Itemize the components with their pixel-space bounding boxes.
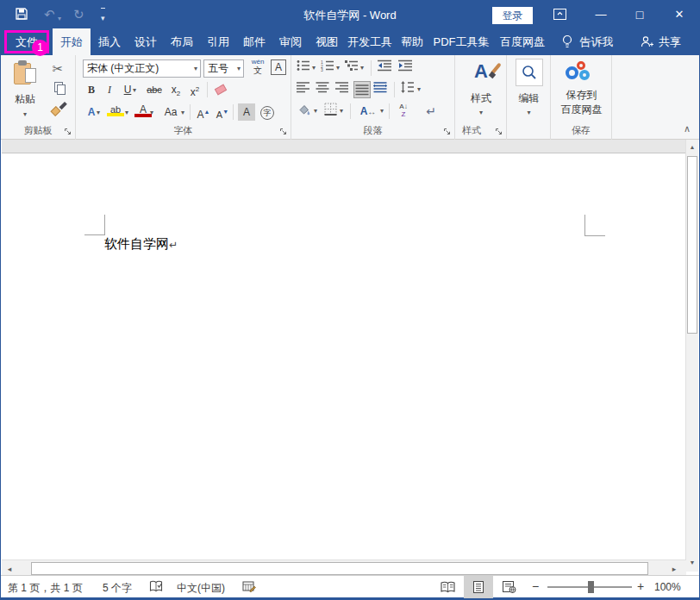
asian-layout-button[interactable]: A↔ — [357, 103, 379, 120]
increase-indent-button[interactable] — [398, 59, 416, 77]
scroll-left-button[interactable]: ◂ — [3, 562, 16, 576]
format-painter-button[interactable] — [49, 102, 66, 119]
line-spacing-button[interactable] — [400, 81, 417, 98]
macro-recording-icon[interactable] — [242, 580, 256, 593]
web-layout-button[interactable] — [495, 576, 524, 598]
strikethrough-button[interactable]: abc — [143, 81, 166, 98]
character-shading-button[interactable]: A — [238, 103, 255, 121]
share-person-icon — [641, 35, 653, 48]
font-name-combobox[interactable]: 宋体 (中文正文) ▾ — [83, 59, 201, 78]
zoom-in-button[interactable]: + — [637, 579, 644, 593]
tab-references[interactable]: 引用 — [201, 28, 235, 55]
scroll-right-button[interactable]: ▸ — [667, 562, 681, 576]
tab-mailings[interactable]: 邮件 — [237, 28, 272, 55]
tab-pdf-tools[interactable]: PDF工具集 — [430, 28, 492, 55]
read-mode-button[interactable] — [433, 576, 462, 598]
font-size-combobox[interactable]: 五号 ▾ — [203, 59, 244, 78]
show-hide-marks-button[interactable]: ↵ — [422, 103, 440, 120]
collapse-ribbon-button[interactable]: ∧ — [684, 123, 691, 134]
paste-button[interactable]: 粘贴 ▾ — [6, 60, 44, 118]
grow-font-button[interactable]: A▲ — [195, 103, 212, 121]
document-area[interactable]: 软件自学网↵ — [2, 140, 686, 559]
document-page[interactable]: 软件自学网↵ — [2, 153, 686, 559]
document-text[interactable]: 软件自学网↵ — [104, 236, 178, 253]
tab-baidu-netdisk[interactable]: 百度网盘 — [496, 28, 549, 55]
language-indicator[interactable]: 中文(中国) — [177, 581, 225, 596]
styles-dialog-launcher[interactable] — [495, 128, 503, 136]
character-border-button[interactable]: A — [271, 59, 286, 75]
vertical-scrollbar[interactable]: ▲ ▼ — [685, 140, 698, 572]
align-right-button[interactable] — [334, 81, 352, 98]
lightbulb-icon — [561, 34, 573, 49]
clipboard-dialog-launcher[interactable] — [64, 128, 72, 136]
horizontal-scroll-thumb[interactable] — [31, 562, 648, 575]
styles-button[interactable]: A 样式 ▾ — [459, 60, 503, 116]
word-count[interactable]: 5 个字 — [103, 581, 132, 596]
minimize-button[interactable]: — — [588, 1, 614, 28]
bold-button[interactable]: B — [83, 81, 100, 98]
increase-indent-icon — [398, 59, 412, 72]
tab-home[interactable]: 开始 — [53, 28, 91, 55]
scroll-up-button[interactable]: ▲ — [686, 140, 698, 154]
enclose-circle-icon: 字 — [260, 106, 274, 120]
print-layout-button[interactable] — [464, 576, 493, 598]
justify-button[interactable] — [353, 81, 371, 98]
subscript-button[interactable]: x2 — [167, 81, 184, 98]
align-center-button[interactable] — [316, 81, 333, 98]
italic-button[interactable]: I — [101, 81, 118, 98]
borders-button[interactable] — [324, 103, 341, 120]
cut-button[interactable]: ✂ — [49, 60, 66, 78]
proofing-status-icon[interactable] — [149, 580, 163, 593]
grow-font-letter: A — [197, 109, 204, 121]
clear-formatting-button[interactable] — [212, 81, 229, 98]
vertical-scroll-thumb[interactable] — [687, 156, 697, 334]
editing-caret-icon: ▾ — [511, 109, 547, 116]
font-dialog-launcher[interactable] — [279, 128, 288, 136]
tab-review[interactable]: 审阅 — [273, 28, 308, 55]
save-to-baidu-button[interactable]: 保存到 百度网盘 — [553, 59, 609, 117]
zoom-slider-thumb[interactable] — [588, 581, 594, 593]
align-left-button[interactable] — [297, 81, 314, 98]
zoom-level[interactable]: 100% — [654, 581, 681, 593]
paragraph-dialog-launcher[interactable] — [443, 128, 452, 136]
phonetic-guide-button[interactable]: wén 文 — [248, 58, 267, 78]
styles-caret-icon: ▾ — [459, 109, 503, 116]
font-color-button[interactable]: A — [134, 103, 152, 121]
tab-layout[interactable]: 布局 — [165, 28, 199, 55]
decrease-indent-button[interactable] — [378, 59, 395, 77]
close-button[interactable]: ✕ — [666, 1, 692, 28]
tab-view[interactable]: 视图 — [309, 28, 344, 55]
maximize-button[interactable]: □ — [627, 1, 653, 28]
superscript-button[interactable]: x2 — [186, 81, 203, 98]
shading-button[interactable] — [297, 103, 314, 120]
enclose-characters-button[interactable]: 字 — [259, 103, 276, 121]
login-button[interactable]: 登录 — [492, 7, 533, 24]
tab-help[interactable]: 帮助 — [396, 28, 428, 55]
share-button[interactable]: 共享 — [654, 28, 685, 55]
distribute-button[interactable] — [373, 81, 391, 98]
page-indicator[interactable]: 第 1 页，共 1 页 — [8, 581, 83, 596]
font-name-value: 宋体 (中文正文) — [87, 62, 159, 74]
typed-text: 软件自学网 — [104, 236, 169, 251]
subscript-n: 2 — [177, 90, 180, 97]
highlight-color-button[interactable]: ab — [107, 103, 124, 121]
zoom-out-button[interactable]: − — [532, 579, 539, 593]
editing-button[interactable]: 编辑 ▾ — [511, 59, 547, 116]
change-case-button[interactable]: Aa — [160, 103, 181, 121]
sort-button[interactable]: A↓Z — [395, 103, 412, 120]
text-effects-caret-icon: ▾ — [97, 109, 100, 116]
horizontal-scrollbar[interactable]: ◂ ▸ — [2, 559, 686, 577]
tab-developer[interactable]: 开发工具 — [346, 28, 394, 55]
bullets-button[interactable] — [297, 59, 314, 77]
borders-caret-icon: ▾ — [340, 108, 343, 115]
tab-insert[interactable]: 插入 — [92, 28, 127, 55]
shrink-font-button[interactable]: A▼ — [214, 103, 231, 121]
tab-design[interactable]: 设计 — [128, 28, 163, 55]
tell-me-box[interactable]: 告诉我 — [577, 28, 616, 55]
numbering-button[interactable]: 123 — [321, 59, 338, 77]
ribbon-display-options-icon[interactable] — [553, 9, 566, 20]
copy-button[interactable] — [51, 82, 68, 99]
line-spacing-icon — [400, 81, 414, 93]
multilevel-list-button[interactable] — [345, 59, 362, 77]
scroll-down-button[interactable]: ▼ — [686, 555, 698, 570]
